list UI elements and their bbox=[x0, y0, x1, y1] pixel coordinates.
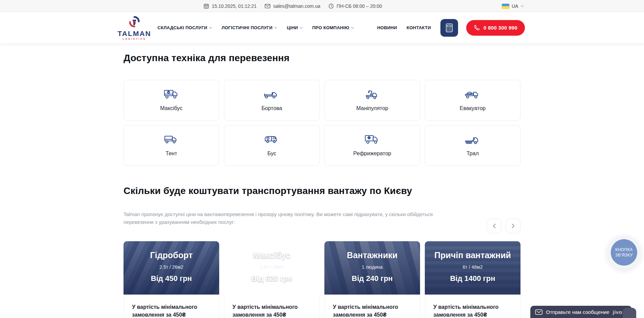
language-code: UA bbox=[512, 3, 518, 9]
vehicles-section-title: Доступна техніка для перевезення bbox=[124, 43, 520, 64]
jivo-logo: jivo bbox=[613, 309, 622, 315]
tow-truck-icon bbox=[464, 87, 481, 102]
arrow-right-icon bbox=[512, 224, 515, 228]
vehicle-label: Бус bbox=[267, 151, 276, 157]
vehicle-label: Трал bbox=[467, 151, 479, 157]
pricing-card-price: Від 620 грн bbox=[251, 274, 292, 283]
vehicle-card[interactable]: Трал bbox=[425, 125, 520, 166]
pricing-card-body: У вартість мінімального замовлення за 45… bbox=[224, 295, 320, 318]
pricing-card-note: У вартість мінімального замовлення за 45… bbox=[232, 303, 311, 318]
pricing-card-note: У вартість мінімального замовлення за 45… bbox=[333, 303, 412, 318]
calculator-icon bbox=[446, 23, 453, 33]
vehicle-card[interactable]: Маніпулятор bbox=[324, 80, 420, 121]
carousel-arrows bbox=[487, 218, 520, 233]
pricing-card-title: Гідроборт bbox=[150, 250, 192, 260]
hours-item: ПН-СБ 08:00 – 20:00 bbox=[328, 3, 382, 9]
pricing-card[interactable]: Гідроборт 2.5т / 26м2 Від 450 грн У варт… bbox=[124, 241, 219, 318]
carousel-next-button[interactable] bbox=[506, 218, 520, 233]
vehicle-card[interactable]: Тент bbox=[124, 125, 219, 166]
menu-item-6[interactable]: КОНТАКТИ bbox=[406, 25, 431, 30]
vehicle-label: Евакуатор bbox=[460, 105, 486, 111]
hours-text: ПН-СБ 08:00 – 20:00 bbox=[337, 3, 382, 9]
logo-subtitle: LOGISTICS bbox=[122, 38, 146, 40]
language-selector[interactable]: UA bbox=[502, 0, 524, 12]
crane-truck-icon bbox=[364, 87, 381, 102]
menu-item-4[interactable]: ПРО КОМПАНІЮ bbox=[312, 25, 354, 30]
arrow-left-icon bbox=[493, 224, 496, 228]
chevron-down-icon bbox=[209, 27, 212, 29]
pricing-card-capacity: 1 людина bbox=[362, 264, 383, 270]
topbar-info: 15.10.2025, 01:12:21 sales@talman.com.ua… bbox=[204, 0, 382, 12]
calculator-button[interactable] bbox=[440, 19, 458, 37]
vehicle-card[interactable]: Максібус bbox=[124, 80, 219, 121]
vehicle-label: Бортова bbox=[261, 105, 282, 111]
menu-item-5[interactable]: НОВИНИ bbox=[377, 25, 397, 30]
pricing-description: Talman пропонує доступні ціни на вантажо… bbox=[124, 211, 436, 226]
pricing-card-body: У вартість мінімального замовлення за 45… bbox=[124, 295, 219, 318]
pricing-card-photo: Гідроборт 2.5т / 26м2 Від 450 грн bbox=[124, 241, 219, 295]
vehicle-card[interactable]: Бус bbox=[224, 125, 320, 166]
tent-truck-icon bbox=[163, 132, 180, 147]
ukraine-flag-icon bbox=[502, 4, 509, 9]
phone-icon bbox=[474, 24, 480, 31]
vehicle-label: Тент bbox=[166, 151, 177, 157]
vehicle-label: Рефрижератор bbox=[353, 151, 391, 157]
menu-item-label: КОНТАКТИ bbox=[406, 25, 431, 30]
envelope-icon bbox=[265, 4, 270, 8]
topbar: 15.10.2025, 01:12:21 sales@talman.com.ua… bbox=[0, 0, 644, 12]
pricing-card[interactable]: Причіп вантажний 6т / 48м2 Від 1400 грн … bbox=[425, 241, 520, 318]
calendar-icon bbox=[204, 3, 209, 9]
pricing-card-capacity: 2.5т / 26м2 bbox=[260, 264, 284, 270]
pricing-card-price: Від 1400 грн bbox=[450, 274, 495, 283]
clock-icon bbox=[328, 3, 334, 9]
van-icon bbox=[263, 132, 280, 147]
carousel-prev-button[interactable] bbox=[487, 218, 501, 233]
pricing-card-capacity: 6т / 48м2 bbox=[463, 264, 483, 270]
chat-widget[interactable]: Отправьте нам сообщение jivo bbox=[530, 306, 632, 318]
menu-item-2[interactable]: ЛОГІСТИЧНІ ПОСЛУГИ bbox=[222, 25, 277, 30]
menu-item-label: НОВИНИ bbox=[377, 25, 397, 30]
main-content: Доступна техніка для перевезення Максібу… bbox=[124, 43, 520, 318]
callback-label-line2: ЗВ'ЯЗКУ bbox=[615, 252, 633, 258]
pricing-card[interactable]: Вантажники 1 людина Від 240 грн У вартіс… bbox=[324, 241, 420, 318]
pricing-card-price: Від 240 грн bbox=[352, 274, 393, 283]
chat-envelope-icon bbox=[535, 309, 543, 315]
chevron-down-icon bbox=[520, 5, 524, 7]
menu-item-3[interactable]: ЦІНИ bbox=[287, 25, 303, 30]
vehicle-label: Максібус bbox=[160, 105, 183, 111]
talman-logo-icon bbox=[127, 16, 142, 29]
vehicle-card[interactable]: Бортова bbox=[224, 80, 320, 121]
refrigerator-truck-icon bbox=[364, 132, 381, 147]
pricing-card-photo: Причіп вантажний 6т / 48м2 Від 1400 грн bbox=[425, 241, 520, 295]
phone-number: 0 800 300 990 bbox=[484, 25, 517, 31]
chevron-down-icon bbox=[274, 27, 277, 29]
chat-message: Отправьте нам сообщение bbox=[546, 309, 609, 315]
pricing-card-note: У вартість мінімального замовлення за 45… bbox=[132, 303, 211, 318]
pricing-card-photo: Вантажники 1 людина Від 240 грн bbox=[324, 241, 420, 295]
pricing-card-title: Причіп вантажний bbox=[434, 250, 511, 260]
menu-item-label: ЛОГІСТИЧНІ ПОСЛУГИ bbox=[222, 25, 272, 30]
menu-item-1[interactable]: СКЛАДСЬКІ ПОСЛУГИ bbox=[157, 25, 212, 30]
vehicle-grid: Максібус Бортова Маніпулятор Евакуатор Т… bbox=[124, 80, 520, 166]
vehicle-card[interactable]: Евакуатор bbox=[425, 80, 520, 121]
email-text[interactable]: sales@talman.com.ua bbox=[273, 3, 320, 9]
pricing-card-title: Максібус bbox=[253, 250, 290, 260]
logo[interactable]: TALMAN LOGISTICS bbox=[119, 16, 150, 40]
pricing-section-title: Скільки буде коштувати транспортування в… bbox=[124, 186, 520, 196]
pricing-card[interactable]: Максібус 2.5т / 26м2 Від 620 грн У варті… bbox=[224, 241, 320, 318]
logo-title: TALMAN bbox=[117, 30, 151, 37]
pricing-card-note: У вартість мінімального замовлення за 45… bbox=[433, 303, 512, 318]
vehicle-card[interactable]: Рефрижератор bbox=[324, 125, 420, 166]
pricing-section-head: Скільки буде коштувати транспортування в… bbox=[124, 186, 520, 226]
menu-item-label: СКЛАДСЬКІ ПОСЛУГИ bbox=[157, 25, 207, 30]
callback-button[interactable]: КНОПКА ЗВ'ЯЗКУ bbox=[607, 235, 641, 269]
pricing-card-body: У вартість мінімального замовлення за 45… bbox=[324, 295, 420, 318]
pricing-cards: Гідроборт 2.5т / 26м2 Від 450 грн У варт… bbox=[124, 241, 520, 318]
menu-item-label: ПРО КОМПАНІЮ bbox=[312, 25, 349, 30]
pricing-card-price: Від 450 грн bbox=[151, 274, 192, 283]
page: 15.10.2025, 01:12:21 sales@talman.com.ua… bbox=[0, 0, 644, 318]
header: TALMAN LOGISTICS СКЛАДСЬКІ ПОСЛУГИЛОГІСТ… bbox=[0, 12, 644, 43]
email-item[interactable]: sales@talman.com.ua bbox=[265, 3, 320, 9]
phone-button[interactable]: 0 800 300 990 bbox=[466, 20, 525, 36]
chevron-down-icon bbox=[351, 27, 354, 29]
